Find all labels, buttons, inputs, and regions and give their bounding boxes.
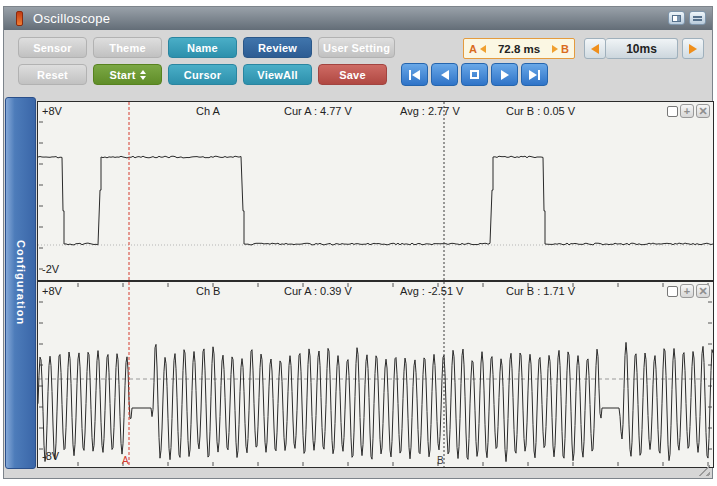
cursor-b-label: B bbox=[561, 43, 569, 55]
plus-icon: + bbox=[684, 106, 690, 117]
channel-b-cursor-a-reading: Cur A : 0.39 V bbox=[284, 285, 352, 297]
cursor-a-marker[interactable]: A bbox=[122, 455, 129, 466]
name-button[interactable]: Name bbox=[168, 37, 237, 58]
oscilloscope-window: Oscilloscope Sensor Theme Name Review Us… bbox=[3, 6, 713, 479]
waveform-path bbox=[38, 156, 713, 245]
layout-button[interactable] bbox=[668, 11, 685, 25]
channel-a-add-button[interactable]: + bbox=[680, 104, 694, 118]
cursor-range-readout: A 72.8 ms B bbox=[463, 38, 575, 59]
sensor-button[interactable]: Sensor bbox=[18, 37, 87, 58]
right-arrow-icon bbox=[689, 44, 697, 54]
configuration-tab[interactable]: Configuration bbox=[5, 97, 36, 469]
channel-a-cursor-b-reading: Cur B : 0.05 V bbox=[506, 105, 575, 117]
rows-button[interactable] bbox=[689, 11, 706, 25]
channel-a-plot bbox=[38, 102, 713, 280]
save-button[interactable]: Save bbox=[318, 64, 387, 85]
title-bar[interactable]: Oscilloscope bbox=[4, 7, 712, 30]
channel-b-plot: AB bbox=[38, 282, 713, 467]
step-back-icon bbox=[441, 70, 449, 80]
channel-b-bottom-scale: -8V bbox=[42, 450, 59, 462]
channel-b-top-scale: +8V bbox=[42, 285, 62, 297]
configuration-tab-label: Configuration bbox=[15, 240, 27, 325]
time-controls: A 72.8 ms B 10ms bbox=[463, 38, 704, 59]
timebase-value: 10ms bbox=[606, 38, 678, 59]
channel-a-top-scale: +8V bbox=[42, 105, 62, 117]
timebase-control: 10ms bbox=[584, 38, 704, 59]
start-button[interactable]: Start bbox=[93, 64, 162, 85]
step-back-button[interactable] bbox=[431, 63, 458, 86]
waveform-path bbox=[38, 342, 713, 461]
play-button[interactable] bbox=[491, 63, 518, 86]
range-right-arrow-icon[interactable] bbox=[552, 45, 558, 53]
channel-a-title: Ch A bbox=[196, 105, 220, 117]
channel-a-close-button[interactable]: ✕ bbox=[696, 104, 710, 118]
viewall-button[interactable]: ViewAll bbox=[243, 64, 312, 85]
timebase-increase-button[interactable] bbox=[682, 38, 704, 59]
app-icon bbox=[16, 11, 23, 26]
plus-icon: + bbox=[684, 286, 690, 297]
reset-button[interactable]: Reset bbox=[18, 64, 87, 85]
cursor-b-marker[interactable]: B bbox=[437, 455, 444, 466]
channel-a-bottom-scale: -2V bbox=[42, 263, 59, 275]
play-icon bbox=[501, 70, 509, 80]
timebase-decrease-button[interactable] bbox=[584, 38, 606, 59]
cursor-a-label: A bbox=[469, 43, 477, 55]
window-rows-icon bbox=[693, 16, 702, 21]
channel-b-checkbox[interactable] bbox=[667, 286, 678, 297]
channel-b-close-button[interactable]: ✕ bbox=[696, 284, 710, 298]
stop-button[interactable] bbox=[461, 63, 488, 86]
channel-b-panel: AB +8V Ch B Cur A : 0.39 V Avg : -2.51 V… bbox=[37, 281, 714, 468]
channel-b-title: Ch B bbox=[196, 285, 220, 297]
skip-to-end-button[interactable] bbox=[521, 63, 548, 86]
scope-area: +8V Ch A Cur A : 4.77 V Avg : 2.77 V Cur… bbox=[37, 101, 714, 468]
range-left-arrow-icon[interactable] bbox=[480, 45, 486, 53]
review-button[interactable]: Review bbox=[243, 37, 312, 58]
screen: Oscilloscope Sensor Theme Name Review Us… bbox=[0, 0, 717, 486]
toolbar-row-2: Reset Start Cursor ViewAll Save bbox=[18, 63, 712, 86]
channel-a-checkbox[interactable] bbox=[667, 106, 678, 117]
start-spinner-icon bbox=[140, 70, 146, 80]
channel-a-panel: +8V Ch A Cur A : 4.77 V Avg : 2.77 V Cur… bbox=[37, 101, 714, 281]
theme-button[interactable]: Theme bbox=[93, 37, 162, 58]
skip-to-start-button[interactable] bbox=[401, 63, 428, 86]
channel-b-controls: + ✕ bbox=[667, 284, 710, 298]
user-setting-button[interactable]: User Setting bbox=[318, 37, 395, 58]
skip-end-icon bbox=[529, 70, 537, 80]
toolbar: Sensor Theme Name Review User Setting Re… bbox=[4, 30, 712, 97]
channel-b-add-button[interactable]: + bbox=[680, 284, 694, 298]
range-value: 72.8 ms bbox=[489, 43, 549, 55]
window-title: Oscilloscope bbox=[33, 11, 110, 26]
skip-start-icon bbox=[409, 70, 411, 80]
channel-a-cursor-a-reading: Cur A : 4.77 V bbox=[284, 105, 352, 117]
channel-a-controls: + ✕ bbox=[667, 104, 710, 118]
left-arrow-icon bbox=[591, 44, 599, 54]
cursor-button[interactable]: Cursor bbox=[168, 64, 237, 85]
window-layout-icon bbox=[672, 15, 681, 22]
stop-icon bbox=[470, 70, 479, 79]
close-icon: ✕ bbox=[698, 286, 707, 297]
channel-b-cursor-b-reading: Cur B : 1.71 V bbox=[506, 285, 575, 297]
media-transport bbox=[401, 63, 548, 86]
channel-b-avg-reading: Avg : -2.51 V bbox=[400, 285, 463, 297]
channel-a-avg-reading: Avg : 2.77 V bbox=[400, 105, 460, 117]
close-icon: ✕ bbox=[698, 106, 707, 117]
